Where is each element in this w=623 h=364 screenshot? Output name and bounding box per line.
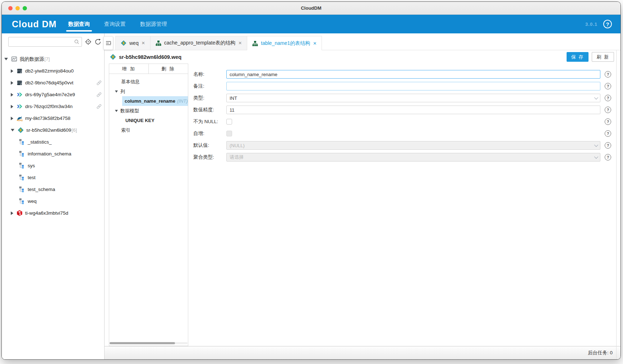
caret-right-icon[interactable]	[11, 105, 13, 108]
tree-item-schema-statistics[interactable]: _statistics_	[2, 136, 104, 148]
datasource-sidebar: 我的数据源 [7] db2-yiw82zmnjo84ou0 db2-9bno76…	[2, 33, 105, 359]
tree-item-schema-information-schema[interactable]: information_schema	[2, 148, 104, 160]
field-label-name: 名称:	[193, 71, 226, 78]
tree-item-mysql[interactable]: my-8kt73k58f2b4758	[2, 112, 104, 124]
starrocks-icon	[110, 54, 116, 60]
caret-right-icon[interactable]	[11, 69, 13, 73]
tree-root-my-datasources[interactable]: 我的数据源 [7]	[2, 53, 104, 65]
tree-item-tidb[interactable]: ti-wg4a6x3mbtvi75d	[2, 207, 104, 219]
background-tasks-label: 后台任务: 0	[588, 350, 613, 356]
question-circle-icon[interactable]: ?	[605, 154, 611, 160]
nav-item-query-settings[interactable]: 查询设置	[103, 15, 126, 33]
not-null-checkbox[interactable]	[226, 119, 232, 125]
tree-item-starrocks[interactable]: sr-b5hc982wn6ld609 [6]	[2, 124, 104, 136]
structure-item-label: 列	[120, 88, 125, 95]
structure-item-columns[interactable]: 列	[109, 87, 188, 96]
structure-item-index[interactable]: 索引	[109, 125, 188, 135]
scrollbar-thumb[interactable]	[110, 342, 175, 344]
nav-item-datasource-management[interactable]: 数据源管理	[139, 15, 168, 33]
question-circle-icon[interactable]: ?	[605, 130, 611, 137]
tab-label: weq	[129, 40, 139, 46]
tab-weq[interactable]: weq ✕	[115, 36, 151, 50]
caret-down-icon[interactable]	[4, 58, 8, 60]
tree-item-schema-test[interactable]: test	[2, 172, 104, 183]
close-tab-icon[interactable]: ✕	[142, 41, 145, 46]
titlebar: CloudDM	[2, 2, 620, 15]
tab-cache-appro-template[interactable]: cache_appro_template表的结构 ✕	[151, 36, 248, 50]
structure-item-unique-key[interactable]: UNIQUE KEY	[109, 116, 188, 125]
structure-tree: 基本信息 列 column_name_rename (INT) 数据模型	[109, 74, 188, 341]
nav-item-data-query[interactable]: 数据查询	[68, 15, 91, 33]
caret-down-icon[interactable]	[115, 110, 118, 112]
structure-item-label: 基本信息	[121, 79, 140, 85]
schema-icon	[19, 151, 25, 157]
tree-item-db2-1[interactable]: db2-yiw82zmnjo84ou0	[2, 65, 104, 77]
tree-item-label: sr-b5hc982wn6ld609	[26, 127, 71, 133]
tree-item-label: my-8kt73k58f2b4758	[25, 116, 70, 121]
app-logo: Cloud DM	[12, 19, 57, 29]
question-circle-icon[interactable]: ?	[605, 83, 611, 89]
tab-table-name1[interactable]: table_name1的表结构 ✕	[247, 36, 322, 50]
tree-item-drs-2[interactable]: drs-76zqcl2f0m3w34n	[2, 101, 104, 112]
caret-down-icon[interactable]	[11, 129, 14, 131]
field-label-auto-increment: 自增:	[193, 130, 226, 137]
tree-item-schema-sys[interactable]: sys	[2, 160, 104, 172]
comment-field[interactable]	[226, 82, 600, 90]
caret-right-icon[interactable]	[11, 117, 13, 120]
chevron-down-icon	[594, 95, 598, 99]
field-label-type: 类型:	[193, 95, 226, 101]
close-tab-icon[interactable]: ✕	[313, 41, 317, 46]
panel-divider	[616, 50, 617, 359]
tree-item-label: db2-9bno76dq45p0vvt	[25, 80, 73, 85]
horizontal-scrollbar[interactable]	[109, 341, 188, 346]
name-field[interactable]	[226, 70, 600, 79]
locate-icon[interactable]	[85, 38, 92, 45]
help-icon[interactable]: ?	[603, 20, 612, 28]
sidebar-search[interactable]	[8, 37, 82, 47]
question-circle-icon[interactable]: ?	[605, 95, 611, 101]
field-label-comment: 备注:	[193, 83, 226, 89]
tree-item-label: db2-yiw82zmnjo84ou0	[25, 68, 74, 74]
breadcrumb: sr-b5hc982wn6ld609.weq	[119, 54, 181, 60]
tree-item-schema-weq[interactable]: weq	[2, 195, 104, 207]
tree-item-label: test_schema	[28, 187, 55, 192]
tree-item-schema-test-schema[interactable]: test_schema	[2, 183, 104, 195]
structure-item-basic-info[interactable]: 基本信息	[109, 77, 188, 87]
field-label-default-value: 默认值:	[193, 142, 226, 149]
column-type-suffix: (INT)	[177, 98, 188, 104]
tree-item-drs-1[interactable]: drs-69y7g5ae4m7e2e9	[2, 89, 104, 101]
precision-field[interactable]	[226, 106, 600, 114]
tree-item-label: ti-wg4a6x3mbtvi75d	[25, 210, 68, 216]
caret-right-icon[interactable]	[11, 211, 13, 215]
tab-bar: weq ✕ cache_appro_template表的结构 ✕ table_n…	[105, 33, 620, 50]
structure-item-column-selected[interactable]: column_name_rename (INT)	[122, 96, 188, 106]
tree-item-db2-2[interactable]: db2-9bno76dq45p0vvt	[2, 77, 104, 89]
add-button[interactable]: 增 加	[109, 64, 149, 74]
close-tab-icon[interactable]: ✕	[238, 41, 242, 46]
collapse-sidebar-button[interactable]	[103, 36, 113, 50]
refresh-icon[interactable]	[94, 38, 101, 45]
save-button[interactable]: 保 存	[567, 52, 589, 62]
tree-item-label: sys	[28, 163, 35, 168]
starrocks-icon	[18, 127, 24, 133]
question-circle-icon[interactable]: ?	[605, 142, 611, 149]
tidb-icon	[17, 210, 23, 216]
type-select[interactable]: INT	[226, 94, 600, 102]
question-circle-icon[interactable]: ?	[605, 107, 611, 113]
caret-right-icon[interactable]	[11, 93, 13, 97]
selected-value: (NULL)	[230, 143, 245, 148]
question-circle-icon[interactable]: ?	[605, 71, 611, 78]
caret-right-icon[interactable]	[11, 81, 13, 85]
starrocks-icon	[121, 40, 126, 46]
caret-down-icon[interactable]	[115, 90, 118, 93]
refresh-button[interactable]: 刷 新	[592, 52, 614, 62]
question-circle-icon[interactable]: ?	[605, 118, 611, 125]
tree-item-label: test	[28, 175, 36, 180]
search-input[interactable]	[11, 39, 74, 45]
mysql-icon	[17, 115, 23, 121]
schema-icon	[19, 198, 25, 204]
delete-button[interactable]: 删 除	[149, 64, 188, 74]
tree-item-label: information_schema	[28, 151, 71, 157]
structure-item-data-model[interactable]: 数据模型	[109, 106, 188, 116]
tab-label: cache_appro_template表的结构	[164, 40, 235, 46]
